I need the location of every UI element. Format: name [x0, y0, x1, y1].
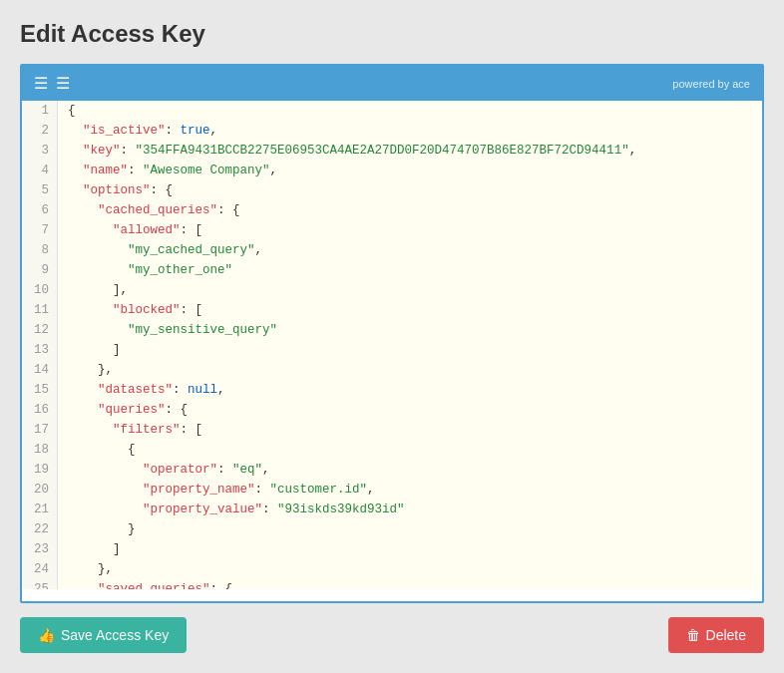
trash-icon: 🗑: [686, 627, 700, 643]
line-number: 6: [22, 200, 58, 220]
powered-by-label: powered by ace: [672, 78, 750, 90]
line-number: 9: [22, 260, 58, 280]
save-access-key-button[interactable]: 👍 Save Access Key: [20, 617, 187, 653]
thumbs-up-icon: 👍: [38, 627, 55, 643]
table-row: 12 "my_sensitive_query": [22, 320, 762, 340]
table-row: 6 "cached_queries": {: [22, 200, 762, 220]
table-row: 14 },: [22, 360, 762, 380]
line-number: 10: [22, 280, 58, 300]
table-row: 1{: [22, 101, 762, 121]
line-content: }: [58, 519, 136, 539]
table-row: 3 "key": "354FFA9431BCCB2275E06953CA4AE2…: [22, 141, 762, 161]
hamburger-icon[interactable]: ☰: [34, 74, 48, 93]
line-content: {: [58, 101, 76, 121]
table-row: 10 ],: [22, 280, 762, 300]
line-number: 19: [22, 460, 58, 480]
line-number: 25: [22, 579, 58, 589]
table-row: 13 ]: [22, 340, 762, 360]
line-content: ]: [58, 539, 121, 559]
line-content: "saved_queries": {: [58, 579, 232, 589]
line-number: 12: [22, 320, 58, 340]
line-number: 2: [22, 121, 58, 141]
table-row: 18 {: [22, 440, 762, 460]
line-number: 1: [22, 101, 58, 121]
line-number: 15: [22, 380, 58, 400]
line-number: 3: [22, 141, 58, 161]
line-number: 7: [22, 220, 58, 240]
line-number: 13: [22, 340, 58, 360]
line-content: "property_value": "93iskds39kd93id": [58, 500, 405, 519]
line-content: },: [58, 360, 113, 380]
line-number: 21: [22, 500, 58, 519]
table-row: 24 },: [22, 559, 762, 579]
line-content: },: [58, 559, 113, 579]
code-content[interactable]: 1{2 "is_active": true,3 "key": "354FFA94…: [22, 101, 762, 589]
line-number: 8: [22, 240, 58, 260]
table-row: 9 "my_other_one": [22, 260, 762, 280]
line-content: "blocked": [: [58, 300, 202, 320]
line-content: "filters": [: [58, 420, 202, 440]
line-content: "my_sensitive_query": [58, 320, 277, 340]
line-content: {: [58, 440, 136, 460]
table-row: 4 "name": "Awesome Company",: [22, 161, 762, 180]
line-content: "queries": {: [58, 400, 188, 420]
line-number: 14: [22, 360, 58, 380]
line-content: "property_name": "customer.id",: [58, 480, 375, 500]
line-number: 17: [22, 420, 58, 440]
line-number: 4: [22, 161, 58, 180]
table-row: 7 "allowed": [: [22, 220, 762, 240]
table-row: 23 ]: [22, 539, 762, 559]
line-content: "my_cached_query",: [58, 240, 262, 260]
line-content: "cached_queries": {: [58, 200, 240, 220]
line-number: 5: [22, 180, 58, 200]
code-editor[interactable]: ☰ ☰ powered by ace 1{2 "is_active": true…: [20, 64, 764, 603]
toolbar-icons: ☰ ☰: [34, 74, 70, 93]
table-row: 21 "property_value": "93iskds39kd93id": [22, 500, 762, 519]
line-content: "options": {: [58, 180, 173, 200]
save-button-label: Save Access Key: [61, 627, 169, 643]
editor-toolbar: ☰ ☰ powered by ace: [22, 66, 762, 101]
line-content: "operator": "eq",: [58, 460, 270, 480]
table-row: 25 "saved_queries": {: [22, 579, 762, 589]
table-row: 8 "my_cached_query",: [22, 240, 762, 260]
line-number: 24: [22, 559, 58, 579]
line-content: "is_active": true,: [58, 121, 217, 141]
table-row: 22 }: [22, 519, 762, 539]
table-row: 15 "datasets": null,: [22, 380, 762, 400]
line-content: "datasets": null,: [58, 380, 225, 400]
delete-button-label: Delete: [706, 627, 746, 643]
line-content: ],: [58, 280, 128, 300]
table-row: 11 "blocked": [: [22, 300, 762, 320]
table-row: 2 "is_active": true,: [22, 121, 762, 141]
line-number: 18: [22, 440, 58, 460]
line-content: "name": "Awesome Company",: [58, 161, 277, 180]
lines-icon[interactable]: ☰: [56, 74, 70, 93]
line-number: 16: [22, 400, 58, 420]
line-number: 20: [22, 480, 58, 500]
table-row: 5 "options": {: [22, 180, 762, 200]
table-row: 16 "queries": {: [22, 400, 762, 420]
delete-button[interactable]: 🗑 Delete: [668, 617, 764, 653]
line-number: 22: [22, 519, 58, 539]
line-content: "my_other_one": [58, 260, 232, 280]
table-row: 17 "filters": [: [22, 420, 762, 440]
table-row: 20 "property_name": "customer.id",: [22, 480, 762, 500]
line-number: 11: [22, 300, 58, 320]
line-content: "key": "354FFA9431BCCB2275E06953CA4AE2A2…: [58, 141, 636, 161]
line-number: 23: [22, 539, 58, 559]
footer-bar: 👍 Save Access Key 🗑 Delete: [20, 617, 764, 653]
page-title: Edit Access Key: [20, 20, 764, 48]
line-content: ]: [58, 340, 121, 360]
line-content: "allowed": [: [58, 220, 202, 240]
table-row: 19 "operator": "eq",: [22, 460, 762, 480]
